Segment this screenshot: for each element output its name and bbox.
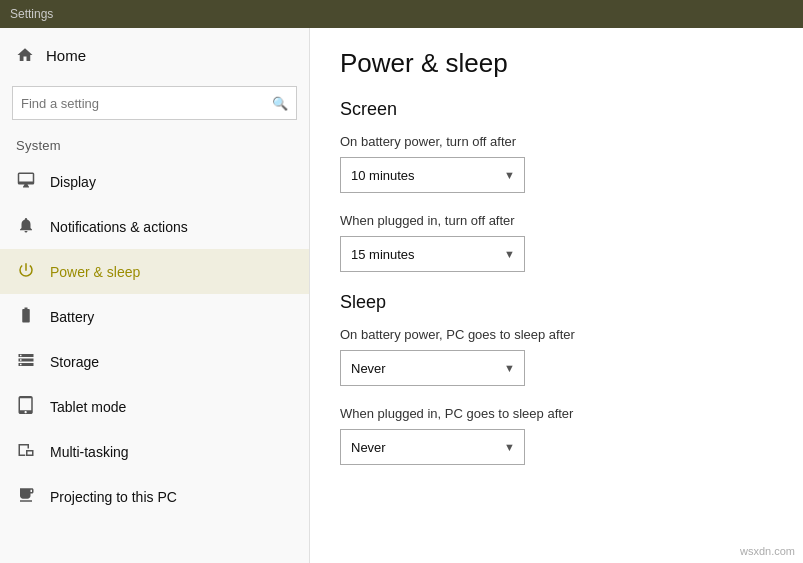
sleep-battery-label: On battery power, PC goes to sleep after — [340, 327, 763, 342]
projecting-label: Projecting to this PC — [50, 489, 177, 505]
screen-battery-select[interactable]: 10 minutes 1 minute 2 minutes 3 minutes … — [340, 157, 525, 193]
search-box[interactable]: 🔍 — [12, 86, 297, 120]
sidebar-item-battery[interactable]: Battery — [0, 294, 309, 339]
projecting-icon — [16, 486, 36, 507]
watermark: wsxdn.com — [740, 545, 795, 557]
page-title: Power & sleep — [340, 48, 763, 79]
search-input[interactable] — [21, 96, 272, 111]
search-icon: 🔍 — [272, 96, 288, 111]
sidebar-item-power[interactable]: Power & sleep — [0, 249, 309, 294]
sidebar-item-display[interactable]: Display — [0, 159, 309, 204]
title-bar: Settings — [0, 0, 803, 28]
screen-section-title: Screen — [340, 99, 763, 120]
screen-plugged-label: When plugged in, turn off after — [340, 213, 763, 228]
notifications-label: Notifications & actions — [50, 219, 188, 235]
sidebar-item-multitasking[interactable]: Multi-tasking — [0, 429, 309, 474]
power-icon — [16, 261, 36, 282]
home-icon — [16, 46, 34, 64]
power-label: Power & sleep — [50, 264, 140, 280]
sidebar-item-storage[interactable]: Storage — [0, 339, 309, 384]
sleep-plugged-label: When plugged in, PC goes to sleep after — [340, 406, 763, 421]
battery-icon — [16, 306, 36, 327]
sleep-section-title: Sleep — [340, 292, 763, 313]
system-label: System — [0, 132, 309, 159]
battery-label: Battery — [50, 309, 94, 325]
title-bar-label: Settings — [10, 7, 53, 21]
tablet-label: Tablet mode — [50, 399, 126, 415]
content-area: Power & sleep Screen On battery power, t… — [310, 28, 803, 563]
display-label: Display — [50, 174, 96, 190]
sleep-section: Sleep On battery power, PC goes to sleep… — [340, 292, 763, 465]
home-label: Home — [46, 47, 86, 64]
app-container: Home 🔍 System Display Notifications & ac… — [0, 28, 803, 563]
home-button[interactable]: Home — [0, 28, 309, 82]
multitasking-label: Multi-tasking — [50, 444, 129, 460]
notifications-icon — [16, 216, 36, 237]
storage-icon — [16, 351, 36, 372]
sidebar-item-tablet[interactable]: Tablet mode — [0, 384, 309, 429]
display-icon — [16, 171, 36, 192]
multitasking-icon — [16, 441, 36, 462]
sidebar-item-projecting[interactable]: Projecting to this PC — [0, 474, 309, 519]
storage-label: Storage — [50, 354, 99, 370]
screen-battery-label: On battery power, turn off after — [340, 134, 763, 149]
screen-plugged-dropdown-wrapper: 15 minutes 1 minute 2 minutes 3 minutes … — [340, 236, 525, 272]
sidebar: Home 🔍 System Display Notifications & ac… — [0, 28, 310, 563]
screen-battery-dropdown-wrapper: 10 minutes 1 minute 2 minutes 3 minutes … — [340, 157, 525, 193]
tablet-icon — [16, 396, 36, 417]
sleep-battery-select[interactable]: Never 1 minute 2 minutes 3 minutes 5 min… — [340, 350, 525, 386]
screen-plugged-select[interactable]: 15 minutes 1 minute 2 minutes 3 minutes … — [340, 236, 525, 272]
sidebar-item-notifications[interactable]: Notifications & actions — [0, 204, 309, 249]
sleep-plugged-dropdown-wrapper: Never 1 minute 2 minutes 3 minutes 5 min… — [340, 429, 525, 465]
sleep-plugged-select[interactable]: Never 1 minute 2 minutes 3 minutes 5 min… — [340, 429, 525, 465]
sleep-battery-dropdown-wrapper: Never 1 minute 2 minutes 3 minutes 5 min… — [340, 350, 525, 386]
